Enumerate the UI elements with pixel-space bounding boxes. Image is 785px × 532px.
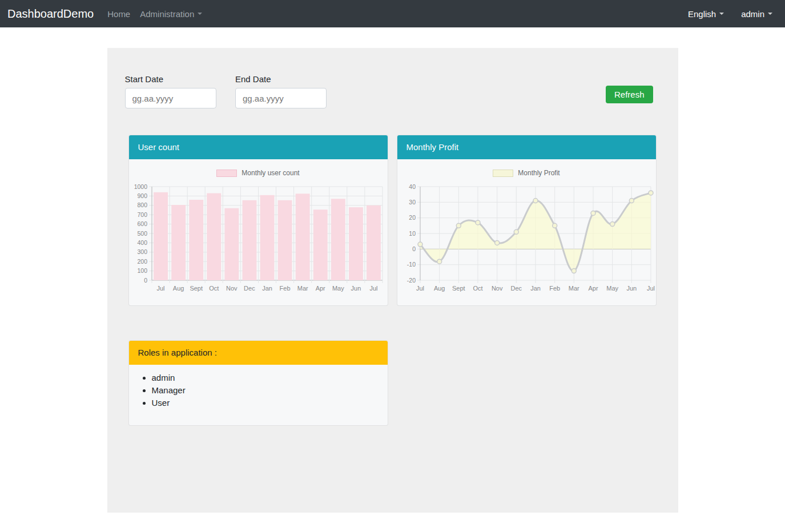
chevron-down-icon bbox=[719, 13, 724, 15]
svg-text:May: May bbox=[332, 285, 344, 292]
monthly-profit-panel-body: Monthly Profit -20-10010203040JulAugSept… bbox=[397, 159, 656, 306]
svg-text:-10: -10 bbox=[406, 261, 415, 268]
svg-text:20: 20 bbox=[409, 214, 416, 221]
start-date-input[interactable] bbox=[125, 88, 216, 108]
nav-item-administration-label: Administration bbox=[140, 9, 194, 19]
svg-text:100: 100 bbox=[137, 267, 147, 274]
chevron-down-icon bbox=[198, 13, 202, 15]
svg-text:-20: -20 bbox=[406, 277, 415, 284]
svg-text:Dec: Dec bbox=[244, 285, 255, 292]
svg-text:40: 40 bbox=[409, 183, 416, 190]
monthly-profit-panel: Monthly Profit Monthly Profit -20-100102… bbox=[397, 135, 657, 306]
user-count-panel-title: User count bbox=[138, 142, 180, 152]
svg-text:Sept: Sept bbox=[452, 285, 465, 292]
user-menu-label: admin bbox=[741, 9, 764, 19]
svg-text:200: 200 bbox=[137, 258, 147, 265]
svg-text:Jul: Jul bbox=[369, 285, 377, 292]
svg-text:30: 30 bbox=[409, 199, 416, 205]
role-list-item: User bbox=[152, 398, 379, 408]
charts-row: User count Monthly user count 0100200300… bbox=[107, 135, 678, 306]
svg-text:Feb: Feb bbox=[279, 285, 290, 292]
svg-text:Nov: Nov bbox=[226, 285, 237, 292]
monthly-profit-panel-title: Monthly Profit bbox=[406, 142, 459, 152]
roles-panel: Roles in application : adminManagerUser bbox=[128, 340, 388, 426]
svg-text:Mar: Mar bbox=[297, 285, 308, 292]
svg-text:Sept: Sept bbox=[190, 285, 203, 292]
user-menu-dropdown[interactable]: admin bbox=[741, 9, 772, 19]
brand-link[interactable]: DashboardDemo bbox=[7, 7, 94, 21]
roles-panel-header: Roles in application : bbox=[129, 341, 388, 365]
navbar-right: English admin bbox=[688, 9, 772, 19]
svg-text:1000: 1000 bbox=[134, 183, 147, 190]
role-list-item: Manager bbox=[152, 385, 379, 395]
roles-panel-title: Roles in application : bbox=[138, 348, 217, 357]
svg-text:Dec: Dec bbox=[510, 285, 522, 292]
svg-text:600: 600 bbox=[137, 220, 147, 227]
main-content: Start Date End Date Refresh User count M… bbox=[107, 48, 678, 513]
svg-text:10: 10 bbox=[409, 230, 416, 237]
monthly-profit-line-chart: -20-10010203040JulAugSeptOctNovDecJanFeb… bbox=[397, 180, 656, 306]
svg-text:Jul: Jul bbox=[416, 285, 424, 292]
legend-swatch bbox=[216, 170, 237, 177]
svg-text:500: 500 bbox=[137, 230, 147, 237]
svg-text:Aug: Aug bbox=[433, 285, 445, 292]
end-date-field-group: End Date bbox=[235, 74, 327, 108]
svg-text:Jun: Jun bbox=[351, 285, 361, 292]
user-count-bar-chart: 01002003004005006007008009001000JulAugSe… bbox=[129, 180, 388, 306]
legend-monthly-user-count[interactable]: Monthly user count bbox=[129, 168, 388, 178]
svg-text:Jan: Jan bbox=[530, 285, 541, 292]
svg-text:Oct: Oct bbox=[473, 285, 482, 292]
svg-text:800: 800 bbox=[137, 201, 147, 208]
svg-text:Feb: Feb bbox=[549, 285, 560, 292]
svg-text:900: 900 bbox=[137, 192, 147, 199]
end-date-input[interactable] bbox=[235, 88, 327, 108]
roles-panel-body: adminManagerUser bbox=[129, 365, 388, 408]
legend-label: Monthly Profit bbox=[518, 169, 559, 177]
svg-text:Jun: Jun bbox=[626, 285, 637, 292]
user-count-panel-body: Monthly user count 010020030040050060070… bbox=[129, 159, 388, 306]
svg-text:Apr: Apr bbox=[588, 285, 598, 292]
svg-text:Mar: Mar bbox=[568, 285, 579, 292]
language-label: English bbox=[688, 9, 716, 19]
legend-label: Monthly user count bbox=[241, 169, 299, 177]
svg-text:0: 0 bbox=[144, 277, 147, 284]
svg-text:Jan: Jan bbox=[262, 285, 272, 292]
start-date-field-group: Start Date bbox=[125, 74, 216, 108]
user-count-panel: User count Monthly user count 0100200300… bbox=[128, 135, 388, 306]
nav-item-home[interactable]: Home bbox=[107, 9, 130, 19]
legend-swatch bbox=[493, 170, 513, 177]
filters-row: Start Date End Date Refresh bbox=[107, 74, 678, 135]
roles-row: Roles in application : adminManagerUser bbox=[107, 340, 678, 426]
svg-text:Nov: Nov bbox=[491, 285, 502, 292]
roles-list: adminManagerUser bbox=[152, 373, 379, 408]
svg-text:400: 400 bbox=[137, 239, 147, 246]
start-date-label: Start Date bbox=[125, 74, 216, 84]
monthly-profit-panel-header: Monthly Profit bbox=[397, 135, 656, 159]
language-dropdown[interactable]: English bbox=[688, 9, 724, 19]
nav-item-administration-dropdown[interactable]: Administration bbox=[140, 9, 202, 19]
svg-text:Jul: Jul bbox=[646, 285, 654, 292]
svg-text:Jul: Jul bbox=[156, 285, 164, 292]
legend-monthly-profit[interactable]: Monthly Profit bbox=[397, 168, 656, 178]
refresh-button[interactable]: Refresh bbox=[606, 86, 653, 103]
svg-text:May: May bbox=[606, 285, 618, 292]
svg-text:300: 300 bbox=[137, 248, 147, 255]
role-list-item: admin bbox=[152, 373, 379, 382]
user-count-panel-header: User count bbox=[129, 135, 388, 159]
svg-text:Oct: Oct bbox=[209, 285, 219, 292]
svg-text:Apr: Apr bbox=[315, 285, 325, 292]
end-date-label: End Date bbox=[235, 74, 327, 84]
svg-text:Aug: Aug bbox=[172, 285, 184, 292]
svg-text:0: 0 bbox=[412, 245, 416, 252]
top-navbar: DashboardDemo Home Administration Englis… bbox=[0, 0, 785, 27]
svg-text:700: 700 bbox=[137, 211, 147, 218]
chevron-down-icon bbox=[768, 13, 772, 15]
